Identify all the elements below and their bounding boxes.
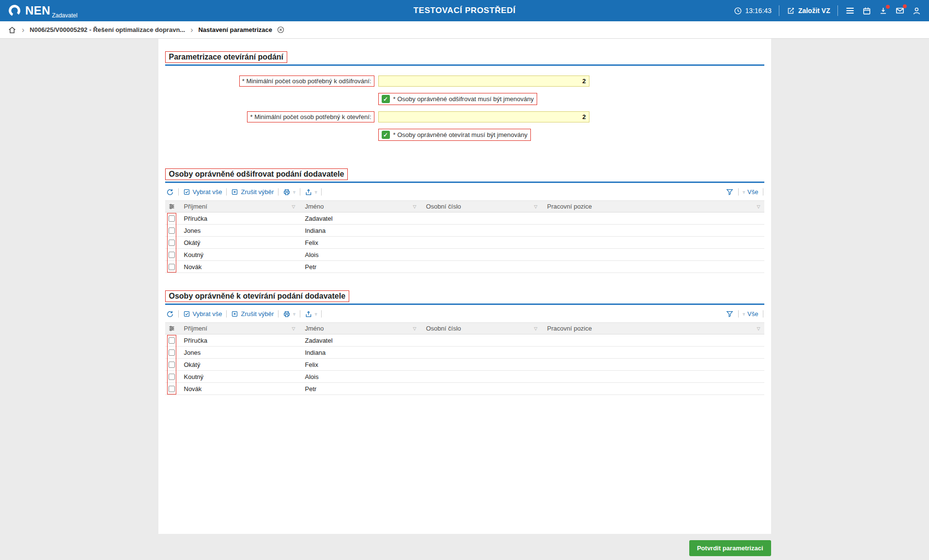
print-button[interactable]: ▿ <box>283 188 295 196</box>
decrypt-named-row: ✓ * Osoby oprávněné odšifrovat musí být … <box>165 93 764 105</box>
select-all-button[interactable]: Vybrat vše <box>183 310 222 318</box>
column-label: Osobní číslo <box>426 203 461 210</box>
table-row[interactable]: Jones Indiana <box>165 225 764 237</box>
table-row[interactable]: Jones Indiana <box>165 347 764 359</box>
view-all-dropdown[interactable]: ▿ Vše <box>743 188 759 196</box>
topbar-right: 13:16:43 Založit VZ <box>516 5 921 16</box>
filter-button[interactable] <box>726 188 734 196</box>
export-button[interactable]: ▿ <box>305 188 317 196</box>
decrypt-min-label: * Minimální počet osob potřebný k odšifr… <box>239 76 374 87</box>
content-card: Parametrizace otevírání podání * Minimál… <box>158 39 771 534</box>
nen-logo-icon[interactable] <box>8 4 21 17</box>
row-checkbox[interactable] <box>169 215 175 222</box>
open-persons-section: Osoby oprávněné k otevírání podání dodav… <box>165 290 764 395</box>
clear-selection-button[interactable]: Zrušit výběr <box>231 188 274 196</box>
filter-icon[interactable]: ▽ <box>413 326 417 331</box>
decrypt-named-checkbox[interactable]: ✓ <box>382 95 390 103</box>
dropdown-icon: ▿ <box>315 190 317 195</box>
filter-button[interactable] <box>726 310 734 318</box>
clear-selection-button[interactable]: Zrušit výběr <box>231 310 274 318</box>
downloads-badge <box>886 5 890 9</box>
breadcrumb-procurement[interactable]: N006/25/V00005292 - Řešení optimalizace … <box>30 26 185 33</box>
row-checkbox[interactable] <box>169 349 175 356</box>
cell-surname: Jones <box>178 349 299 356</box>
cell-firstname: Indiana <box>299 349 420 356</box>
column-header-position[interactable]: Pracovní pozice ▽ <box>542 325 764 332</box>
user-icon[interactable] <box>912 6 921 15</box>
confirm-parametrization-button[interactable]: Potvrdit parametrizaci <box>689 540 771 556</box>
row-checkbox[interactable] <box>169 337 175 344</box>
cell-firstname: Felix <box>299 239 420 246</box>
select-all-label: Vybrat vše <box>193 310 222 318</box>
table-row[interactable]: Okátý Felix <box>165 237 764 249</box>
column-settings-cell[interactable] <box>165 203 178 210</box>
section-head: Parametrizace otevírání podání <box>165 51 764 66</box>
column-header-personal-number[interactable]: Osobní číslo ▽ <box>420 203 542 210</box>
table-row[interactable]: Koutný Alois <box>165 371 764 383</box>
filter-icon[interactable]: ▽ <box>534 204 538 209</box>
create-vz-label: Založit VZ <box>798 7 830 15</box>
column-header-firstname[interactable]: Jméno ▽ <box>299 203 420 210</box>
table-row[interactable]: Příručka Zadavatel <box>165 334 764 347</box>
refresh-button[interactable] <box>166 188 174 196</box>
column-header-surname[interactable]: Příjmení ▽ <box>178 203 299 210</box>
column-label: Pracovní pozice <box>547 203 592 210</box>
decrypt-named-label: * Osoby oprávněné odšifrovat musí být jm… <box>393 95 534 103</box>
filter-icon[interactable]: ▽ <box>534 326 538 331</box>
decrypt-min-input[interactable] <box>378 76 589 87</box>
clear-selection-label: Zrušit výběr <box>241 310 274 318</box>
topbar: NEN Zadavatel TESTOVACÍ PROSTŘEDÍ 13:16:… <box>0 0 929 21</box>
select-all-icon <box>183 188 190 196</box>
row-checkbox[interactable] <box>169 264 175 270</box>
view-all-label: Vše <box>747 310 758 318</box>
export-button[interactable]: ▿ <box>305 310 317 318</box>
filter-icon[interactable]: ▽ <box>413 204 417 209</box>
table-row[interactable]: Novák Petr <box>165 261 764 273</box>
row-checkbox[interactable] <box>169 374 175 380</box>
filter-icon[interactable]: ▽ <box>757 204 760 209</box>
toolbar-divider <box>763 188 763 196</box>
column-header-firstname[interactable]: Jméno ▽ <box>299 325 420 332</box>
open-named-checkbox[interactable]: ✓ <box>382 131 390 139</box>
toolbar-divider <box>300 188 300 196</box>
filter-icon[interactable]: ▽ <box>757 326 760 331</box>
row-checkbox[interactable] <box>169 252 175 258</box>
toolbar-divider <box>278 188 279 196</box>
messages-icon[interactable] <box>895 6 905 15</box>
row-checkbox[interactable] <box>169 227 175 234</box>
home-icon[interactable] <box>8 26 16 34</box>
downloads-icon[interactable] <box>879 6 888 15</box>
cell-surname: Okátý <box>178 239 299 246</box>
open-min-input[interactable] <box>378 111 589 122</box>
table-row[interactable]: Novák Petr <box>165 383 764 395</box>
breadcrumb-current[interactable]: Nastavení parametrizace <box>198 26 272 33</box>
table-header: Příjmení ▽ Jméno ▽ Osobní číslo ▽ Pracov… <box>165 322 764 334</box>
column-header-surname[interactable]: Příjmení ▽ <box>178 325 299 332</box>
cell-surname: Novák <box>178 385 299 393</box>
column-header-position[interactable]: Pracovní pozice ▽ <box>542 203 764 210</box>
table-row[interactable]: Koutný Alois <box>165 249 764 261</box>
table-body: Příručka Zadavatel Jones Indiana Okátý F… <box>165 334 764 395</box>
table-row[interactable]: Příručka Zadavatel <box>165 212 764 225</box>
cell-surname: Koutný <box>178 251 299 258</box>
row-checkbox[interactable] <box>169 240 175 246</box>
row-checkbox[interactable] <box>169 362 175 368</box>
select-all-button[interactable]: Vybrat vše <box>183 188 222 196</box>
decrypt-min-row: * Minimální počet osob potřebný k odšifr… <box>165 76 764 87</box>
decrypt-named-group: ✓ * Osoby oprávněné odšifrovat musí být … <box>378 93 537 105</box>
table-row[interactable]: Okátý Felix <box>165 359 764 371</box>
calendar-icon[interactable] <box>862 6 871 15</box>
menu-icon[interactable] <box>845 6 855 15</box>
topbar-divider <box>779 5 779 16</box>
column-settings-cell[interactable] <box>165 325 178 332</box>
refresh-button[interactable] <box>166 310 174 318</box>
filter-icon[interactable]: ▽ <box>292 204 295 209</box>
row-checkbox[interactable] <box>169 386 175 392</box>
create-vz-button[interactable]: Založit VZ <box>787 7 830 15</box>
print-button[interactable]: ▿ <box>283 310 295 318</box>
column-header-personal-number[interactable]: Osobní číslo ▽ <box>420 325 542 332</box>
view-all-dropdown[interactable]: ▿ Vše <box>743 310 759 318</box>
close-tab-icon[interactable] <box>277 26 285 34</box>
filter-icon[interactable]: ▽ <box>292 326 295 331</box>
table-toolbar: Vybrat vše Zrušit výběr ▿ <box>165 183 764 200</box>
